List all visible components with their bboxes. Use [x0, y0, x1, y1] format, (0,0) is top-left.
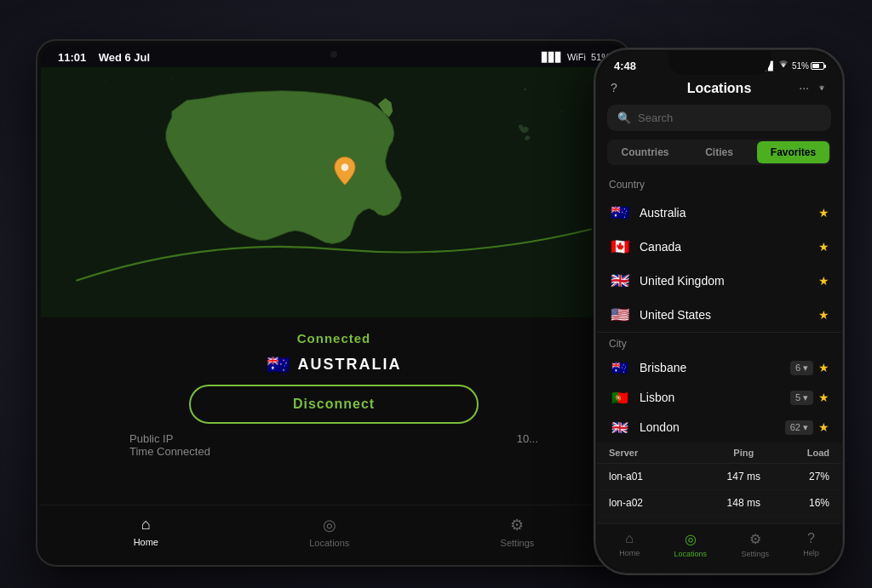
tablet-nav-settings[interactable]: ⚙ Settings	[501, 516, 535, 548]
country-item-uk[interactable]: 🇬🇧 United Kingdom ★	[597, 264, 841, 298]
phone-device: 4:48 ▊▊▊ 51% ?	[594, 48, 845, 575]
server-2-load: 16%	[780, 497, 829, 509]
chevron-down-icon: ▾	[803, 363, 808, 374]
phone-notch	[668, 51, 771, 75]
london-flag: 🇬🇧	[609, 420, 631, 436]
svg-point-3	[525, 88, 527, 90]
svg-point-1	[105, 81, 106, 83]
phone-nav: ⌂ Home ◎ Locations ⚙ Settings ? Help	[597, 523, 841, 572]
server-col-header-ping: Ping	[707, 448, 780, 458]
city-item-london[interactable]: 🇬🇧 London 62 ▾ ★	[597, 413, 841, 442]
country-item-us[interactable]: 🇺🇸 United States ★	[597, 298, 841, 332]
tab-cities[interactable]: Cities	[683, 141, 755, 163]
phone-wifi-icon	[778, 60, 789, 71]
tablet-nav-locations[interactable]: ◎ Locations	[309, 516, 349, 548]
lisbon-flag: 🇵🇹	[609, 390, 631, 406]
tablet-bottom: Connected 🇦🇺 AUSTRALIA Disconnect Public…	[41, 317, 627, 505]
uk-name: United Kingdom	[640, 274, 818, 288]
us-flag: 🇺🇸	[609, 305, 631, 324]
australia-flag: 🇦🇺	[267, 354, 290, 376]
location-name: AUSTRALIA	[298, 356, 402, 374]
lisbon-star[interactable]: ★	[818, 391, 829, 404]
city-section-label: City	[597, 333, 841, 353]
tablet-nav: ⌂ Home ◎ Locations ⚙ Settings	[41, 505, 627, 562]
phone-battery-icon: 51%	[792, 61, 824, 71]
chevron-down-icon: ▾	[803, 392, 808, 403]
phone-header-icons: ···	[799, 81, 828, 94]
disconnect-button[interactable]: Disconnect	[189, 385, 479, 424]
tablet-wifi-icon: WiFi	[567, 52, 586, 62]
location-row: 🇦🇺 AUSTRALIA	[267, 354, 402, 376]
phone-header-question-icon[interactable]: ?	[611, 81, 617, 94]
phone-header: ? Locations ···	[597, 76, 841, 105]
time-connected-row: Time Connected	[112, 445, 555, 458]
location-tabs: Countries Cities Favorites	[607, 140, 831, 165]
server-row-1[interactable]: lon-a01 147 ms 27%	[597, 464, 841, 490]
phone-time: 4:48	[614, 60, 636, 72]
scene: 11:01 Wed 6 Jul ▊▊▊ WiFi 51%	[19, 14, 853, 575]
brisbane-count-badge: 6 ▾	[790, 361, 813, 375]
tab-favorites[interactable]: Favorites	[757, 141, 829, 163]
country-section-label: Country	[597, 175, 841, 196]
server-1-load: 27%	[780, 471, 829, 482]
time-connected-label: Time Connected	[129, 445, 210, 458]
phone-locations-icon: ◎	[685, 531, 697, 547]
australia-star[interactable]: ★	[818, 206, 829, 220]
server-row-3[interactable]: lon-a03 148 ms 17%	[597, 517, 841, 523]
london-name: London	[640, 420, 785, 434]
search-bar[interactable]: 🔍 Search	[607, 105, 831, 131]
lisbon-name: Lisbon	[640, 391, 790, 404]
brisbane-star[interactable]: ★	[818, 361, 829, 374]
lisbon-count-badge: 5 ▾	[790, 391, 813, 405]
server-2-name: lon-a02	[609, 497, 707, 509]
australia-map-svg	[41, 67, 627, 317]
us-star[interactable]: ★	[818, 308, 829, 322]
london-count-badge: 62 ▾	[785, 420, 813, 435]
svg-point-2	[171, 77, 173, 79]
tablet-device: 11:01 Wed 6 Jul ▊▊▊ WiFi 51%	[36, 39, 632, 567]
svg-point-5	[341, 163, 349, 171]
tablet-nav-locations-label: Locations	[309, 538, 349, 548]
connected-label: Connected	[297, 331, 371, 345]
phone-nav-locations[interactable]: ◎ Locations	[674, 531, 708, 558]
phone-home-icon: ⌂	[625, 531, 634, 546]
us-name: United States	[640, 308, 818, 322]
city-item-lisbon[interactable]: 🇵🇹 Lisbon 5 ▾ ★	[597, 383, 841, 413]
public-ip-label: Public IP	[129, 432, 173, 445]
phone-nav-locations-label: Locations	[674, 550, 708, 558]
country-item-australia[interactable]: 🇦🇺 Australia ★	[597, 196, 841, 230]
canada-star[interactable]: ★	[818, 240, 829, 254]
brisbane-name: Brisbane	[640, 361, 790, 374]
server-row-2[interactable]: lon-a02 148 ms 16%	[597, 490, 841, 517]
server-table: Server Ping Load lon-a01 147 ms 27% lon-…	[597, 442, 841, 523]
tablet-signal-icon: ▊▊▊	[542, 52, 562, 63]
home-icon: ⌂	[141, 516, 151, 534]
phone-scroll-content: Country 🇦🇺 Australia ★ 🇨🇦 Canada ★	[597, 175, 841, 523]
uk-star[interactable]: ★	[818, 274, 829, 288]
tablet-nav-home[interactable]: ⌂ Home	[134, 516, 158, 548]
city-item-brisbane[interactable]: 🇦🇺 Brisbane 6 ▾ ★	[597, 353, 841, 383]
search-placeholder: Search	[638, 111, 673, 124]
tab-countries[interactable]: Countries	[609, 141, 681, 163]
phone-nav-help[interactable]: ? Help	[803, 531, 819, 558]
server-col-header-server: Server	[609, 448, 707, 458]
brisbane-flag: 🇦🇺	[609, 360, 631, 376]
australia-name: Australia	[640, 206, 818, 220]
tablet-map	[41, 67, 627, 317]
tablet-nav-settings-label: Settings	[501, 538, 535, 548]
phone-nav-home[interactable]: ⌂ Home	[619, 531, 640, 558]
server-col-header-load: Load	[780, 448, 829, 458]
phone-nav-settings[interactable]: ⚙ Settings	[741, 531, 769, 558]
phone-nav-help-label: Help	[803, 549, 819, 557]
phone-nav-settings-label: Settings	[741, 550, 769, 558]
london-star[interactable]: ★	[818, 420, 829, 434]
server-2-ping: 148 ms	[707, 497, 780, 509]
phone-help-icon: ?	[807, 531, 815, 546]
public-ip-row: Public IP 10...	[112, 432, 555, 445]
country-item-canada[interactable]: 🇨🇦 Canada ★	[597, 230, 841, 264]
phone-header-dots-icon[interactable]: ···	[799, 81, 809, 94]
phone-settings-icon: ⚙	[749, 531, 761, 547]
phone-title: Locations	[687, 81, 752, 96]
tablet-nav-home-label: Home	[134, 537, 158, 547]
tablet-camera	[330, 51, 337, 58]
